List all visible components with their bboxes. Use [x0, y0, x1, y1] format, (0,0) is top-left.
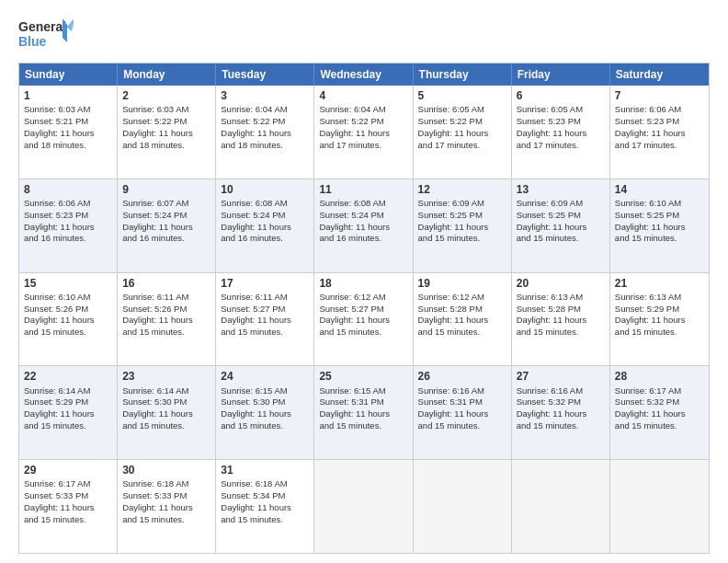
day-info-line: Sunrise: 6:10 AM	[615, 198, 704, 210]
day-info-line: Sunset: 5:29 PM	[615, 304, 704, 316]
calendar-cell: 21Sunrise: 6:13 AMSunset: 5:29 PMDayligh…	[610, 273, 709, 366]
day-info-line: Sunrise: 6:04 AM	[319, 104, 407, 116]
day-info-line: and 15 minutes.	[418, 420, 506, 432]
calendar-cell	[610, 460, 709, 553]
day-info-line: Sunrise: 6:16 AM	[418, 385, 506, 397]
day-info-line: Daylight: 11 hours	[418, 222, 506, 234]
day-info-line: Daylight: 11 hours	[24, 408, 112, 420]
calendar-cell: 25Sunrise: 6:15 AMSunset: 5:31 PMDayligh…	[314, 366, 413, 459]
day-info-line: Sunrise: 6:06 AM	[615, 104, 704, 116]
calendar-cell: 11Sunrise: 6:08 AMSunset: 5:24 PMDayligh…	[314, 179, 413, 272]
day-info-line: Sunset: 5:29 PM	[24, 396, 112, 408]
day-info-line: Daylight: 11 hours	[24, 315, 112, 327]
day-info-line: Daylight: 11 hours	[24, 222, 112, 234]
calendar-cell: 2Sunrise: 6:03 AMSunset: 5:22 PMDaylight…	[118, 86, 216, 178]
day-number: 23	[122, 369, 210, 384]
day-number: 10	[221, 182, 309, 197]
calendar-cell: 1Sunrise: 6:03 AMSunset: 5:21 PMDaylight…	[19, 86, 118, 178]
day-info-line: Daylight: 11 hours	[122, 502, 210, 514]
day-info-line: Sunrise: 6:15 AM	[319, 385, 407, 397]
day-info-line: and 15 minutes.	[24, 514, 112, 526]
logo: GeneralBlue	[18, 15, 74, 55]
calendar-cell: 27Sunrise: 6:16 AMSunset: 5:32 PMDayligh…	[512, 366, 610, 459]
day-number: 12	[418, 182, 506, 197]
calendar-cell: 15Sunrise: 6:10 AMSunset: 5:26 PMDayligh…	[19, 273, 118, 366]
day-info-line: Sunrise: 6:05 AM	[517, 104, 605, 116]
day-info-line: and 15 minutes.	[517, 327, 605, 339]
day-info-line: and 18 minutes.	[221, 140, 309, 152]
day-info-line: Sunrise: 6:11 AM	[221, 292, 309, 304]
day-info-line: Daylight: 11 hours	[221, 128, 309, 140]
day-info-line: Daylight: 11 hours	[517, 315, 605, 327]
day-number: 5	[418, 88, 506, 103]
day-info-line: Sunrise: 6:08 AM	[319, 198, 407, 210]
calendar-cell: 14Sunrise: 6:10 AMSunset: 5:25 PMDayligh…	[610, 179, 709, 272]
day-info-line: Sunrise: 6:08 AM	[221, 198, 309, 210]
calendar-cell: 3Sunrise: 6:04 AMSunset: 5:22 PMDaylight…	[216, 86, 314, 178]
day-info-line: Daylight: 11 hours	[615, 408, 704, 420]
day-number: 18	[319, 276, 407, 291]
day-info-line: Sunrise: 6:14 AM	[24, 385, 112, 397]
day-info-line: Sunset: 5:23 PM	[24, 210, 112, 222]
day-number: 26	[418, 369, 506, 384]
calendar-row-2: 15Sunrise: 6:10 AMSunset: 5:26 PMDayligh…	[19, 273, 709, 367]
day-info-line: Daylight: 11 hours	[615, 128, 704, 140]
day-info-line: and 15 minutes.	[615, 233, 704, 245]
day-number: 1	[24, 88, 112, 103]
day-info-line: and 17 minutes.	[615, 140, 704, 152]
day-info-line: Sunset: 5:28 PM	[517, 304, 605, 316]
day-info-line: Sunset: 5:30 PM	[221, 396, 309, 408]
calendar-cell: 6Sunrise: 6:05 AMSunset: 5:23 PMDaylight…	[512, 86, 610, 178]
header-day-thursday: Thursday	[414, 63, 512, 86]
header-day-sunday: Sunday	[19, 63, 118, 86]
header-day-tuesday: Tuesday	[216, 63, 314, 86]
calendar-cell: 22Sunrise: 6:14 AMSunset: 5:29 PMDayligh…	[19, 366, 118, 459]
day-info-line: and 18 minutes.	[24, 140, 112, 152]
calendar-cell: 28Sunrise: 6:17 AMSunset: 5:32 PMDayligh…	[610, 366, 709, 459]
day-info-line: Daylight: 11 hours	[319, 408, 407, 420]
calendar-cell: 10Sunrise: 6:08 AMSunset: 5:24 PMDayligh…	[216, 179, 314, 272]
logo-svg: GeneralBlue	[18, 15, 74, 55]
calendar-cell: 12Sunrise: 6:09 AMSunset: 5:25 PMDayligh…	[414, 179, 512, 272]
header-day-monday: Monday	[118, 63, 216, 86]
calendar-cell: 7Sunrise: 6:06 AMSunset: 5:23 PMDaylight…	[610, 86, 709, 178]
day-info-line: Sunset: 5:24 PM	[122, 210, 210, 222]
page: GeneralBlue SundayMondayTuesdayWednesday…	[0, 0, 728, 563]
day-info-line: Sunset: 5:25 PM	[615, 210, 704, 222]
day-info-line: and 15 minutes.	[418, 327, 506, 339]
day-info-line: Sunrise: 6:17 AM	[24, 478, 112, 490]
day-info-line: Daylight: 11 hours	[615, 315, 704, 327]
day-number: 6	[517, 88, 605, 103]
day-info-line: and 15 minutes.	[221, 420, 309, 432]
day-info-line: Sunrise: 6:17 AM	[615, 385, 704, 397]
calendar-row-1: 8Sunrise: 6:06 AMSunset: 5:23 PMDaylight…	[19, 179, 709, 273]
calendar-cell	[512, 460, 610, 553]
day-info-line: and 15 minutes.	[122, 514, 210, 526]
day-info-line: and 16 minutes.	[221, 233, 309, 245]
day-info-line: and 15 minutes.	[24, 420, 112, 432]
day-number: 9	[122, 182, 210, 197]
day-info-line: Daylight: 11 hours	[221, 315, 309, 327]
calendar-cell: 5Sunrise: 6:05 AMSunset: 5:22 PMDaylight…	[414, 86, 512, 178]
svg-text:General: General	[18, 19, 66, 34]
day-number: 15	[24, 276, 112, 291]
calendar-row-4: 29Sunrise: 6:17 AMSunset: 5:33 PMDayligh…	[19, 460, 709, 553]
day-info-line: Sunset: 5:26 PM	[122, 304, 210, 316]
calendar-cell: 17Sunrise: 6:11 AMSunset: 5:27 PMDayligh…	[216, 273, 314, 366]
day-info-line: and 15 minutes.	[24, 327, 112, 339]
day-number: 20	[517, 276, 605, 291]
day-info-line: Sunrise: 6:06 AM	[24, 198, 112, 210]
day-info-line: and 15 minutes.	[319, 420, 407, 432]
day-info-line: Sunset: 5:22 PM	[221, 116, 309, 128]
day-info-line: Daylight: 11 hours	[517, 408, 605, 420]
calendar-row-0: 1Sunrise: 6:03 AMSunset: 5:21 PMDaylight…	[19, 86, 709, 179]
day-info-line: and 17 minutes.	[418, 140, 506, 152]
day-info-line: and 15 minutes.	[615, 420, 704, 432]
day-info-line: Sunrise: 6:07 AM	[122, 198, 210, 210]
day-info-line: Sunrise: 6:09 AM	[517, 198, 605, 210]
day-info-line: and 17 minutes.	[517, 140, 605, 152]
day-info-line: Sunrise: 6:15 AM	[221, 385, 309, 397]
day-info-line: Daylight: 11 hours	[319, 315, 407, 327]
calendar-cell: 30Sunrise: 6:18 AMSunset: 5:33 PMDayligh…	[118, 460, 216, 553]
day-info-line: and 15 minutes.	[517, 233, 605, 245]
